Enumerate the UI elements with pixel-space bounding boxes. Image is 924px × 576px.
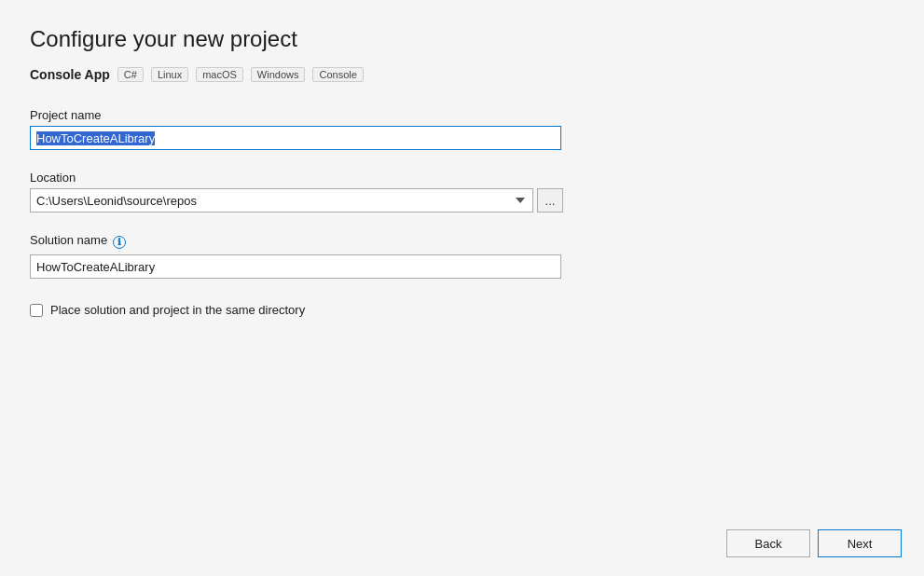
tag-csharp: C#	[117, 67, 144, 82]
location-row: C:\Users\Leonid\source\repos ...	[30, 188, 589, 213]
main-container: Configure your new project Console App C…	[0, 0, 924, 576]
same-directory-checkbox[interactable]	[30, 304, 43, 317]
checkbox-row[interactable]: Place solution and project in the same d…	[30, 303, 589, 317]
page-title: Configure your new project	[30, 26, 894, 52]
next-button[interactable]: Next	[818, 529, 902, 557]
project-name-label: Project name	[30, 108, 589, 122]
subtitle-row: Console App C# Linux macOS Windows Conso…	[30, 67, 894, 82]
app-name-label: Console App	[30, 67, 110, 82]
location-group: Location C:\Users\Leonid\source\repos ..…	[30, 171, 589, 213]
tag-linux: Linux	[151, 67, 188, 82]
location-select[interactable]: C:\Users\Leonid\source\repos	[30, 188, 533, 213]
project-name-group: Project name	[30, 108, 589, 150]
tag-windows: Windows	[251, 67, 306, 82]
browse-button[interactable]: ...	[537, 188, 563, 213]
solution-name-info-icon: ℹ	[113, 236, 126, 249]
same-directory-label[interactable]: Place solution and project in the same d…	[50, 303, 305, 317]
solution-name-group: Solution name ℹ	[30, 233, 589, 279]
solution-name-label: Solution name	[30, 233, 107, 247]
location-label: Location	[30, 171, 589, 185]
project-name-input[interactable]	[30, 126, 561, 150]
tag-macos: macOS	[196, 67, 243, 82]
solution-name-input[interactable]	[30, 254, 561, 279]
bottom-buttons: Back Next	[726, 529, 902, 557]
tag-console: Console	[312, 67, 363, 82]
form-section: Project name Location C:\Users\Leonid\so…	[30, 108, 589, 317]
solution-name-label-row: Solution name ℹ	[30, 233, 589, 251]
back-button[interactable]: Back	[726, 529, 810, 557]
